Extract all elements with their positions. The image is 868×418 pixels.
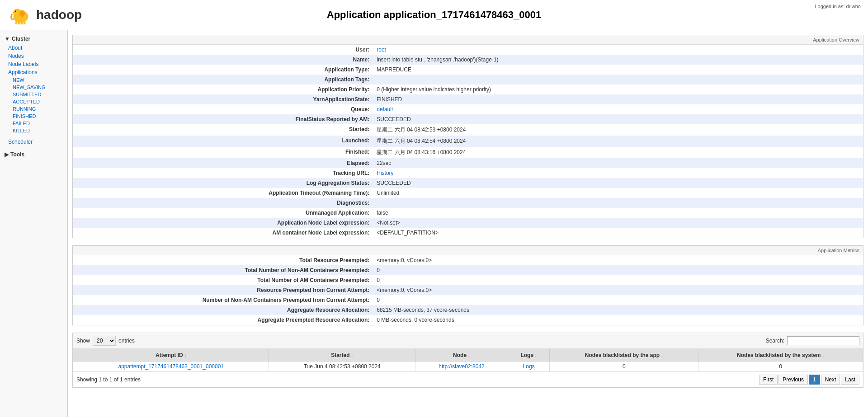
overview-value-cell[interactable]: root bbox=[373, 45, 863, 55]
previous-page-button[interactable]: Previous bbox=[778, 375, 808, 385]
sidebar-sub-new-saving[interactable]: NEW_SAVING bbox=[0, 84, 67, 91]
main-content: Application Overview User:rootName:inser… bbox=[68, 30, 868, 417]
sidebar-item-applications[interactable]: Applications bbox=[0, 68, 67, 76]
table-row: appattempt_1717461478463_0001_000001Tue … bbox=[73, 362, 863, 372]
metrics-row: Total Number of Non-AM Containers Preemp… bbox=[73, 265, 863, 275]
overview-value-cell[interactable]: History bbox=[373, 168, 863, 178]
attempt-id-link[interactable]: appattempt_1717461478463_0001_000001 bbox=[118, 363, 224, 370]
overview-value-link[interactable]: History bbox=[377, 170, 393, 176]
sidebar-sub-killed[interactable]: KILLED bbox=[0, 127, 67, 134]
overview-row: FinalStatus Reported by AM:SUCCEEDED bbox=[73, 114, 863, 124]
logs-link[interactable]: Logs bbox=[523, 363, 535, 370]
sidebar-sub-running[interactable]: RUNNING bbox=[0, 105, 67, 113]
overview-value-cell bbox=[373, 75, 863, 85]
metrics-value-cell: 0 bbox=[373, 295, 863, 305]
current-page-button[interactable]: 1 bbox=[809, 375, 820, 385]
overview-row: YarnApplicationState:FINISHED bbox=[73, 94, 863, 104]
logo-area: hadoop bbox=[7, 4, 82, 26]
overview-row: Application Type:MAPREDUCE bbox=[73, 65, 863, 75]
overview-value-cell bbox=[373, 198, 863, 208]
tools-label: Tools bbox=[10, 151, 24, 158]
cluster-section-header[interactable]: ▼ Cluster bbox=[0, 34, 67, 44]
metrics-label-cell: Total Number of AM Containers Preempted: bbox=[73, 275, 373, 285]
overview-row: Name:insert into table stu...'zhangsan',… bbox=[73, 55, 863, 65]
overview-value-cell: Unlimited bbox=[373, 188, 863, 198]
metrics-value-cell: <memory:0, vCores:0> bbox=[373, 255, 863, 265]
layout: ▼ Cluster About Nodes Node Labels Applic… bbox=[0, 30, 868, 417]
node-link[interactable]: http://slave02:8042 bbox=[439, 363, 484, 370]
overview-row: Unmanaged Application:false bbox=[73, 208, 863, 218]
metrics-label-cell: Aggregate Preempted Resource Allocation: bbox=[73, 315, 373, 325]
node-col-header[interactable]: Node bbox=[415, 349, 508, 362]
svg-rect-7 bbox=[24, 21, 26, 25]
overview-value-cell: insert into table stu...'zhangsan','hado… bbox=[373, 55, 863, 65]
sidebar-item-node-labels[interactable]: Node Labels bbox=[0, 60, 67, 68]
overview-value-cell[interactable]: default bbox=[373, 104, 863, 114]
started-col-header[interactable]: Started bbox=[269, 349, 415, 362]
attempts-table: Attempt ID Started Node Logs Nodes black… bbox=[73, 349, 863, 372]
svg-point-3 bbox=[19, 10, 25, 17]
overview-label-cell: Tracking URL: bbox=[73, 168, 373, 178]
last-page-button[interactable]: Last bbox=[841, 375, 859, 385]
overview-row: Application Priority:0 (Higher Integer v… bbox=[73, 85, 863, 94]
hadoop-logo-icon bbox=[7, 4, 34, 26]
hadoop-logo-text: hadoop bbox=[36, 8, 82, 22]
blacklisted-app-cell: 0 bbox=[550, 362, 698, 372]
overview-label-cell: Unmanaged Application: bbox=[73, 208, 373, 218]
user-info: Logged in as: dr.who bbox=[815, 4, 861, 9]
blacklisted-system-col-header[interactable]: Nodes blacklisted by the system bbox=[698, 349, 863, 362]
overview-value-cell: 星期二 六月 04 08:43:16 +0800 2024 bbox=[373, 147, 863, 158]
overview-row: Queue:default bbox=[73, 104, 863, 114]
sidebar-sub-failed[interactable]: FAILED bbox=[0, 120, 67, 127]
sidebar-item-scheduler[interactable]: Scheduler bbox=[0, 138, 67, 146]
attempt-id-col-header[interactable]: Attempt ID bbox=[73, 349, 269, 362]
first-page-button[interactable]: First bbox=[759, 375, 778, 385]
overview-label-cell: Queue: bbox=[73, 104, 373, 114]
overview-label-cell: Application Type: bbox=[73, 65, 373, 75]
metrics-row: Resource Preempted from Current Attempt:… bbox=[73, 285, 863, 295]
blacklisted-system-cell: 0 bbox=[698, 362, 863, 372]
overview-label-cell: Log Aggregation Status: bbox=[73, 178, 373, 188]
metrics-row: Total Resource Preempted:<memory:0, vCor… bbox=[73, 255, 863, 265]
page-title: Application application_1717461478463_00… bbox=[327, 9, 541, 21]
overview-row: Log Aggregation Status:SUCCEEDED bbox=[73, 178, 863, 188]
overview-value-link[interactable]: root bbox=[377, 47, 386, 53]
overview-row: Started:星期二 六月 04 08:42:53 +0800 2024 bbox=[73, 124, 863, 136]
logs-col-header[interactable]: Logs bbox=[508, 349, 549, 362]
show-entries: Show 20 10 25 50 100 entries bbox=[76, 336, 135, 346]
search-area: Search: bbox=[766, 336, 859, 345]
overview-value-cell: 0 (Higher Integer value indicates higher… bbox=[373, 85, 863, 94]
metrics-label-cell: Aggregate Resource Allocation: bbox=[73, 305, 373, 315]
overview-label-cell: Started: bbox=[73, 124, 373, 136]
overview-section: Application Overview User:rootName:inser… bbox=[72, 35, 863, 238]
table-controls: Show 20 10 25 50 100 entries Search: bbox=[73, 333, 863, 349]
showing-text: Showing 1 to 1 of 1 entries bbox=[76, 376, 141, 383]
sidebar-sub-new[interactable]: NEW bbox=[0, 76, 67, 84]
tools-section-header[interactable]: ▶ Tools bbox=[0, 150, 67, 160]
overview-label-cell: YarnApplicationState: bbox=[73, 94, 373, 104]
overview-value-link[interactable]: default bbox=[377, 106, 393, 113]
entries-select[interactable]: 20 10 25 50 100 bbox=[93, 336, 116, 346]
metrics-row: Aggregate Resource Allocation:68215 MB-s… bbox=[73, 305, 863, 315]
overview-value-cell: FINISHED bbox=[373, 94, 863, 104]
header: hadoop Application application_171746147… bbox=[0, 0, 868, 30]
sidebar-item-nodes[interactable]: Nodes bbox=[0, 52, 67, 60]
search-input[interactable] bbox=[787, 336, 859, 345]
sidebar-sub-finished[interactable]: FINISHED bbox=[0, 113, 67, 120]
overview-value-cell: 22sec bbox=[373, 158, 863, 168]
overview-value-cell: false bbox=[373, 208, 863, 218]
metrics-row: Number of Non-AM Containers Preempted fr… bbox=[73, 295, 863, 305]
sidebar-item-about[interactable]: About bbox=[0, 44, 67, 52]
overview-label-cell: User: bbox=[73, 45, 373, 55]
metrics-value-cell: 0 bbox=[373, 275, 863, 285]
overview-label-cell: Application Node Label expression: bbox=[73, 218, 373, 228]
attempts-section: Show 20 10 25 50 100 entries Search: bbox=[72, 333, 863, 388]
next-page-button[interactable]: Next bbox=[821, 375, 840, 385]
metrics-label-cell: Total Number of Non-AM Containers Preemp… bbox=[73, 265, 373, 275]
blacklisted-app-col-header[interactable]: Nodes blacklisted by the app bbox=[550, 349, 698, 362]
sidebar-sub-submitted[interactable]: SUBMITTED bbox=[0, 91, 67, 98]
sidebar: ▼ Cluster About Nodes Node Labels Applic… bbox=[0, 30, 68, 417]
node-cell: http://slave02:8042 bbox=[415, 362, 508, 372]
show-label: Show bbox=[76, 338, 90, 344]
sidebar-sub-accepted[interactable]: ACCEPTED bbox=[0, 98, 67, 105]
